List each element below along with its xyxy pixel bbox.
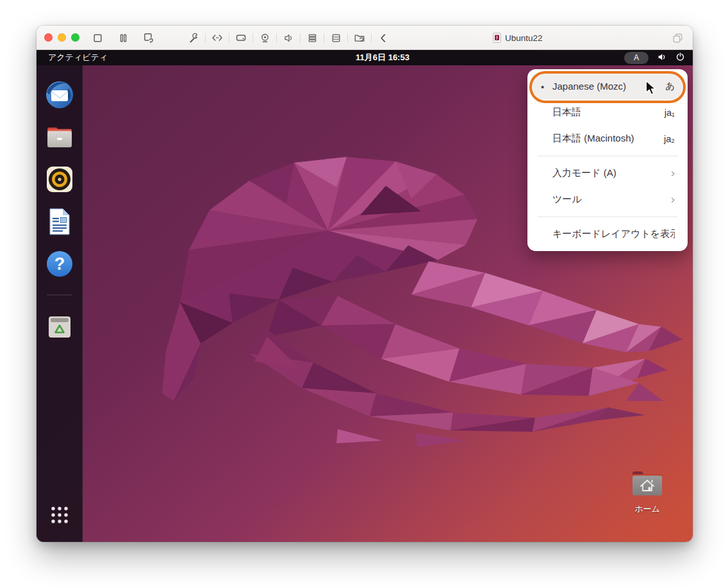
document-proxy-icon bbox=[493, 33, 501, 43]
power-icon[interactable] bbox=[675, 52, 685, 63]
grid-icon bbox=[49, 505, 70, 525]
menu-item-show-keyboard-layout[interactable]: キーボードレイアウトを表示 bbox=[531, 221, 684, 247]
dock-item-trash[interactable] bbox=[44, 311, 75, 341]
home-folder-label: ホーム bbox=[626, 503, 668, 515]
thunderbird-icon bbox=[44, 79, 75, 110]
vm-window: Ubuntu22 bbox=[37, 26, 693, 542]
menu-item-tools[interactable]: ツール › bbox=[531, 186, 684, 213]
home-folder-shortcut[interactable]: ホーム bbox=[626, 469, 668, 515]
dock: ? bbox=[37, 65, 83, 542]
titlebar: Ubuntu22 bbox=[37, 26, 693, 50]
minimize-button[interactable] bbox=[58, 33, 66, 42]
dock-item-rhythmbox[interactable] bbox=[44, 164, 75, 195]
mozc-mode-indicator: あ bbox=[665, 80, 675, 92]
dock-item-thunderbird[interactable] bbox=[44, 79, 75, 110]
trash-icon bbox=[44, 311, 75, 341]
traffic-lights bbox=[44, 33, 79, 42]
clock-button[interactable]: 11月6日 16:53 bbox=[356, 50, 410, 65]
writer-icon bbox=[44, 206, 75, 237]
rhythmbox-icon bbox=[44, 164, 75, 195]
dock-item-files[interactable] bbox=[44, 122, 75, 152]
submenu-chevron-icon: › bbox=[671, 193, 675, 205]
menu-item-japanese[interactable]: 日本語 ja₁ bbox=[531, 99, 684, 126]
submenu-chevron-icon: › bbox=[671, 167, 675, 179]
restart-button[interactable] bbox=[140, 29, 157, 46]
home-folder-icon bbox=[630, 469, 665, 498]
camera-icon[interactable] bbox=[256, 29, 273, 46]
files-folder-icon bbox=[44, 122, 75, 152]
menu-item-japanese-macintosh[interactable]: 日本語 (Macintosh) ja₂ bbox=[531, 126, 684, 152]
gnome-top-bar: アクティビティ 11月6日 16:53 A bbox=[37, 50, 693, 65]
dock-separator bbox=[47, 295, 72, 295]
window-title-text: Ubuntu22 bbox=[505, 33, 543, 43]
dock-item-libreoffice-writer[interactable] bbox=[44, 206, 75, 237]
menu-separator bbox=[538, 216, 677, 217]
system-indicators: A bbox=[624, 50, 685, 65]
window-title: Ubuntu22 bbox=[493, 26, 543, 50]
sound-icon[interactable] bbox=[280, 29, 297, 46]
display-icon[interactable] bbox=[304, 29, 320, 46]
vm-toolbar bbox=[89, 26, 392, 50]
console-icon[interactable] bbox=[209, 29, 226, 46]
menu-item-input-mode[interactable]: 入力モード (A) › bbox=[531, 160, 684, 186]
dock-item-help[interactable]: ? bbox=[44, 249, 75, 279]
windows-overlap-icon[interactable] bbox=[672, 32, 684, 47]
menu-separator bbox=[538, 156, 677, 156]
input-source-menu: • Japanese (Mozc) あ 日本語 ja₁ 日本語 (Macinto… bbox=[527, 69, 688, 251]
menu-item-japanese-mozc[interactable]: • Japanese (Mozc) あ bbox=[531, 73, 684, 99]
svg-text:?: ? bbox=[54, 254, 65, 274]
help-icon: ? bbox=[44, 249, 75, 279]
drive-icon[interactable] bbox=[233, 29, 249, 46]
input-source-badge[interactable]: A bbox=[624, 52, 649, 64]
chevron-left-icon[interactable] bbox=[375, 29, 392, 46]
layout-badge-ja2: ja₂ bbox=[664, 134, 675, 144]
zoom-button[interactable] bbox=[71, 33, 79, 42]
selected-bullet: • bbox=[541, 81, 544, 92]
wrench-icon[interactable] bbox=[185, 29, 202, 46]
show-applications-button[interactable] bbox=[44, 500, 75, 530]
layout-badge-ja1: ja₁ bbox=[665, 108, 675, 118]
activities-button[interactable]: アクティビティ bbox=[48, 50, 108, 65]
stop-button[interactable] bbox=[89, 29, 106, 46]
vm-screen: アクティビティ 11月6日 16:53 A bbox=[37, 50, 693, 542]
pause-button[interactable] bbox=[115, 29, 131, 46]
volume-icon[interactable] bbox=[657, 52, 667, 64]
display-alt-icon[interactable] bbox=[327, 29, 344, 46]
shared-folder-icon[interactable] bbox=[351, 29, 368, 46]
close-button[interactable] bbox=[44, 33, 53, 42]
